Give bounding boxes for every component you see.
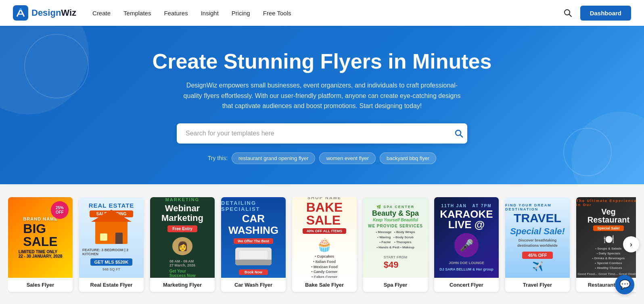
template-img-carwash: DETAILING SPECIALIST CARWASHING We Offer… bbox=[221, 197, 286, 278]
hero-decoration-circle-br bbox=[563, 128, 612, 176]
template-img-spa: 🌿 SPA CENTER Beauty & Spa Keep Yourself … bbox=[363, 197, 428, 278]
search-input[interactable] bbox=[177, 123, 467, 144]
template-label-travel: Travel Flyer bbox=[505, 278, 570, 292]
template-label-sales: Sales Flyer bbox=[8, 278, 73, 292]
logo-text: DesignWiz bbox=[31, 8, 76, 18]
template-img-marketing: MARKETING WebinarMarketing Free Entry 👩 … bbox=[150, 197, 215, 278]
template-card-bake[interactable]: SHOP NAME BAKESALE 40% OFF ALL ITEMS 🧁 •… bbox=[292, 197, 357, 292]
template-card-spa[interactable]: 🌿 SPA CENTER Beauty & Spa Keep Yourself … bbox=[363, 197, 428, 292]
hero-section: Create Stunning Flyers in Minutes Design… bbox=[0, 26, 644, 184]
template-img-sales: 25%OFF BRAND NAME BIGSALE LIMITED TIME O… bbox=[8, 197, 73, 278]
template-label-bake: Bake Sale Flyer bbox=[292, 278, 357, 292]
template-card-sales[interactable]: 25%OFF BRAND NAME BIGSALE LIMITED TIME O… bbox=[8, 197, 73, 292]
bake-preview: SHOP NAME BAKESALE 40% OFF ALL ITEMS 🧁 •… bbox=[292, 197, 357, 278]
template-img-concert: 11TH JAN AT 7PM KARAOKELIVE @ 🎤 JOHN DOE… bbox=[434, 197, 499, 278]
svg-line-5 bbox=[460, 135, 463, 137]
search-bar-container bbox=[177, 123, 467, 144]
navbar: DesignWiz Create Templates Features Insi… bbox=[0, 0, 644, 26]
nav-pricing[interactable]: Pricing bbox=[232, 10, 250, 17]
travel-preview: FIND YOUR DREAM DESTINATION TRAVELSpecia… bbox=[505, 197, 570, 278]
house-icon bbox=[95, 220, 128, 244]
search-submit-button[interactable] bbox=[454, 129, 463, 138]
hero-subtitle: DesignWiz empowers small businesses, eve… bbox=[181, 80, 463, 111]
house-window bbox=[100, 233, 107, 241]
nav-free-tools[interactable]: Free Tools bbox=[263, 10, 291, 17]
suggestion-chip-2[interactable]: backyard bbq flyer bbox=[380, 152, 436, 164]
logo-icon bbox=[13, 5, 28, 21]
nav-templates[interactable]: Templates bbox=[123, 10, 151, 17]
search-icon bbox=[563, 8, 572, 17]
dashboard-button[interactable]: Dashboard bbox=[580, 6, 631, 21]
templates-section: 25%OFF BRAND NAME BIGSALE LIMITED TIME O… bbox=[0, 184, 644, 304]
marketing-preview: MARKETING WebinarMarketing Free Entry 👩 … bbox=[150, 197, 215, 278]
spa-preview: 🌿 SPA CENTER Beauty & Spa Keep Yourself … bbox=[363, 197, 428, 278]
template-card-carwash[interactable]: DETAILING SPECIALIST CARWASHING We Offer… bbox=[221, 197, 286, 292]
re-price: GET MLS $520K bbox=[90, 258, 132, 266]
nav-insight[interactable]: Insight bbox=[201, 10, 219, 17]
nav-links: Create Templates Features Insight Pricin… bbox=[92, 10, 563, 17]
next-arrow-button[interactable]: › bbox=[623, 236, 639, 252]
suggestion-chip-0[interactable]: restaurant grand opening flyer bbox=[232, 152, 315, 164]
template-card-travel[interactable]: FIND YOUR DREAM DESTINATION TRAVELSpecia… bbox=[505, 197, 570, 292]
logo[interactable]: DesignWiz bbox=[13, 5, 76, 21]
template-card-realestate[interactable]: REAL ESTATE SALE PENDING FEATURE: 3 BEDR… bbox=[79, 197, 144, 292]
house-door bbox=[115, 233, 123, 244]
hero-decoration-circle-tl bbox=[24, 34, 89, 98]
nav-features[interactable]: Features bbox=[164, 10, 188, 17]
template-label-marketing: Marketing Flyer bbox=[150, 278, 215, 292]
template-label-realestate: Real Estate Flyer bbox=[79, 278, 144, 292]
sales-preview: 25%OFF BRAND NAME BIGSALE LIMITED TIME O… bbox=[8, 197, 73, 278]
concert-preview: 11TH JAN AT 7PM KARAOKELIVE @ 🎤 JOHN DOE… bbox=[434, 197, 499, 278]
template-label-concert: Concert Flyer bbox=[434, 278, 499, 292]
try-this-row: Try this: restaurant grand opening flyer… bbox=[208, 152, 436, 164]
carwash-preview: DETAILING SPECIALIST CARWASHING We Offer… bbox=[221, 197, 286, 278]
sales-badge: 25%OFF bbox=[51, 201, 69, 219]
template-label-carwash: Car Wash Flyer bbox=[221, 278, 286, 292]
try-this-label: Try this: bbox=[208, 155, 228, 161]
svg-point-1 bbox=[20, 8, 22, 10]
templates-scroll: 25%OFF BRAND NAME BIGSALE LIMITED TIME O… bbox=[8, 197, 636, 295]
navbar-right: Dashboard bbox=[563, 6, 631, 21]
nav-create[interactable]: Create bbox=[92, 10, 111, 17]
chat-bubble[interactable]: 💬 bbox=[615, 275, 634, 294]
template-img-realestate: REAL ESTATE SALE PENDING FEATURE: 3 BEDR… bbox=[79, 197, 144, 278]
svg-rect-0 bbox=[13, 5, 28, 21]
search-icon-button[interactable] bbox=[563, 8, 572, 17]
template-label-spa: Spa Flyer bbox=[363, 278, 428, 292]
suggestion-chip-1[interactable]: women event flyer bbox=[319, 152, 376, 164]
templates-row-wrapper: 25%OFF BRAND NAME BIGSALE LIMITED TIME O… bbox=[8, 197, 636, 295]
search-submit-icon bbox=[454, 129, 463, 138]
template-card-concert[interactable]: 11TH JAN AT 7PM KARAOKELIVE @ 🎤 JOHN DOE… bbox=[434, 197, 499, 292]
template-card-marketing[interactable]: MARKETING WebinarMarketing Free Entry 👩 … bbox=[150, 197, 215, 292]
template-img-travel: FIND YOUR DREAM DESTINATION TRAVELSpecia… bbox=[505, 197, 570, 278]
realestate-preview: REAL ESTATE SALE PENDING FEATURE: 3 BEDR… bbox=[79, 197, 144, 278]
template-img-bake: SHOP NAME BAKESALE 40% OFF ALL ITEMS 🧁 •… bbox=[292, 197, 357, 278]
svg-line-3 bbox=[569, 15, 571, 17]
hero-title: Create Stunning Flyers in Minutes bbox=[153, 50, 492, 73]
